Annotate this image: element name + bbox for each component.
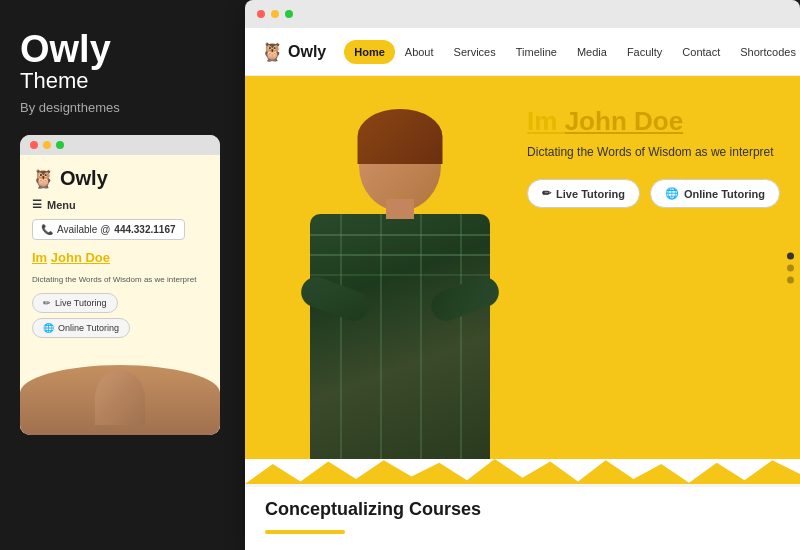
nav-item-home[interactable]: Home: [344, 40, 395, 64]
nav-logo-text: Owly: [288, 43, 326, 61]
owl-icon: 🦉: [32, 168, 54, 190]
person-arm-right: [427, 273, 503, 325]
hero-section: Im John Doe Dictating the Words of Wisdo…: [245, 76, 800, 459]
mobile-live-tutoring-btn[interactable]: ✏ Live Tutoring: [32, 293, 118, 313]
globe-icon: 🌐: [43, 323, 54, 333]
mobile-btn-row: ✏ Live Tutoring 🌐 Online Tutoring: [32, 293, 208, 338]
hero-headline: Im John Doe: [527, 106, 780, 137]
nav-item-faculty[interactable]: Faculty: [617, 40, 672, 64]
nav-dots: [787, 252, 794, 283]
browser-dot-green: [285, 10, 293, 18]
dot-green: [56, 141, 64, 149]
mobile-tagline: Dictating the Words of Wisdom as we inte…: [32, 274, 208, 285]
live-tutoring-label: Live Tutoring: [556, 188, 625, 200]
nav-dot-1[interactable]: [787, 252, 794, 259]
nav-dot-3[interactable]: [787, 276, 794, 283]
nav-item-services[interactable]: Services: [444, 40, 506, 64]
person-body: [310, 214, 490, 459]
person-hair: [358, 109, 443, 164]
nav-item-shortcodes[interactable]: Shortcodes: [730, 40, 800, 64]
hero-im: Im: [527, 106, 565, 136]
bottom-title-container: Conceptualizing Courses: [265, 499, 481, 538]
mobile-person-head: [95, 370, 145, 425]
mobile-menu-label: Menu: [47, 199, 76, 211]
browser-dot-yellow: [271, 10, 279, 18]
online-tutoring-label: Online Tutoring: [684, 188, 765, 200]
person-arm-left: [297, 273, 373, 325]
sidebar-title: Owly Theme By designthemes: [20, 30, 225, 135]
mobile-titlebar: [20, 135, 220, 155]
pencil-icon: ✏: [43, 298, 51, 308]
mobile-phone-button[interactable]: 📞 Available @ 444.332.1167: [32, 219, 185, 240]
browser-titlebar: [245, 0, 800, 28]
dot-red: [30, 141, 38, 149]
dot-yellow: [43, 141, 51, 149]
nav-owl-icon: 🦉: [261, 41, 283, 63]
bottom-section: Conceptualizing Courses: [245, 484, 800, 550]
browser-window: 🦉 Owly Home About Services Timeline Medi…: [245, 0, 800, 550]
online-tutoring-button[interactable]: 🌐 Online Tutoring: [650, 179, 780, 208]
mobile-body: 🦉 Owly ☰ Menu 📞 Available @ 444.332.1167…: [20, 155, 220, 433]
person-neck: [386, 199, 414, 219]
nav-dot-2[interactable]: [787, 264, 794, 271]
person-container: [280, 109, 520, 459]
hero-person-figure: [245, 76, 555, 459]
mobile-headline: Im John Doe: [32, 248, 208, 266]
title-underline: [265, 530, 345, 534]
mobile-logo-text: Owly: [60, 167, 108, 190]
nav-item-contact[interactable]: Contact: [672, 40, 730, 64]
hero-text: Im John Doe Dictating the Words of Wisdo…: [527, 106, 780, 208]
mobile-online-tutoring-btn[interactable]: 🌐 Online Tutoring: [32, 318, 130, 338]
pencil-icon: ✏: [542, 187, 551, 200]
browser-dot-red: [257, 10, 265, 18]
mobile-phone-number: 444.332.1167: [114, 224, 175, 235]
navbar: 🦉 Owly Home About Services Timeline Medi…: [245, 28, 800, 76]
nav-links: Home About Services Timeline Media Facul…: [344, 40, 800, 64]
hamburger-icon: ☰: [32, 198, 42, 211]
hero-tagline: Dictating the Words of Wisdom as we inte…: [527, 145, 780, 159]
mobile-available-label: Available @: [57, 224, 110, 235]
mobile-mockup: 🦉 Owly ☰ Menu 📞 Available @ 444.332.1167…: [20, 135, 220, 435]
torn-divider: [245, 459, 800, 484]
hero-name-text: John Doe: [565, 106, 683, 136]
phone-icon: 📞: [41, 224, 53, 235]
mobile-logo-row: 🦉 Owly: [32, 167, 208, 190]
mobile-person-preview: [20, 365, 220, 435]
browser-content: 🦉 Owly Home About Services Timeline Medi…: [245, 28, 800, 550]
nav-logo: 🦉 Owly: [261, 41, 326, 63]
mobile-menu-row: ☰ Menu: [32, 198, 208, 211]
sidebar: Owly Theme By designthemes 🦉 Owly ☰ Menu…: [0, 0, 245, 550]
globe-icon: 🌐: [665, 187, 679, 200]
hero-buttons: ✏ Live Tutoring 🌐 Online Tutoring: [527, 179, 780, 208]
mobile-name: John Doe: [51, 250, 110, 265]
courses-title: Conceptualizing Courses: [265, 499, 481, 520]
nav-item-about[interactable]: About: [395, 40, 444, 64]
nav-item-timeline[interactable]: Timeline: [506, 40, 567, 64]
nav-item-media[interactable]: Media: [567, 40, 617, 64]
live-tutoring-button[interactable]: ✏ Live Tutoring: [527, 179, 640, 208]
